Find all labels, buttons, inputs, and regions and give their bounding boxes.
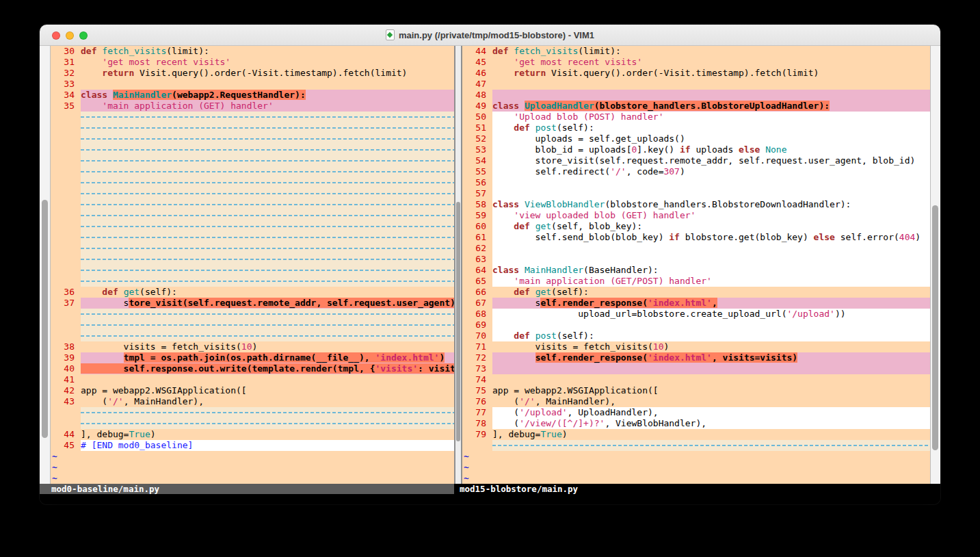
code-line[interactable]: 33 — [51, 79, 454, 90]
middle-scrollbar-thumb[interactable] — [456, 202, 460, 441]
code-line[interactable]: 62 — [462, 243, 930, 254]
code-text: class MainHandler(BaseHandler): — [492, 265, 930, 276]
code-line[interactable]: 30def fetch_visits(limit): — [51, 46, 454, 57]
empty-buffer-line[interactable]: ~ — [462, 451, 930, 462]
code-line[interactable]: 65 'main application (GET/POST) handler' — [462, 276, 930, 287]
diff-filler-line[interactable] — [51, 166, 454, 177]
line-number: 51 — [462, 122, 492, 133]
diff-filler-line[interactable] — [51, 254, 454, 265]
code-line[interactable]: 51 def post(self): — [462, 122, 930, 133]
code-line[interactable]: 56 — [462, 177, 930, 188]
code-line[interactable]: 44def fetch_visits(limit): — [462, 46, 930, 57]
code-line[interactable]: 66 def get(self): — [462, 287, 930, 298]
code-line[interactable]: 63 — [462, 254, 930, 265]
code-line[interactable]: 40 self.response.out.write(template.rend… — [51, 363, 454, 374]
diff-filler-line[interactable] — [51, 112, 454, 122]
diff-filler-line[interactable] — [51, 276, 454, 287]
code-line[interactable]: 49class UploadHandler(blobstore_handlers… — [462, 101, 930, 112]
code-line[interactable]: 69 — [462, 320, 930, 331]
code-line[interactable]: 39 tmpl = os.path.join(os.path.dirname(_… — [51, 352, 454, 363]
status-bar-inactive: mod0-baseline/main.py — [40, 484, 454, 494]
code-line[interactable]: 32 return Visit.query().order(-Visit.tim… — [51, 68, 454, 79]
diff-filler-line[interactable] — [51, 221, 454, 232]
code-line[interactable]: 55 self.redirect('/', code=307) — [462, 166, 930, 177]
code-line[interactable]: 54 store_visit(self.request.remote_addr,… — [462, 155, 930, 166]
empty-buffer-line[interactable]: ~ — [51, 451, 454, 462]
left-pane-buffer[interactable]: 30def fetch_visits(limit):31 'get most r… — [51, 46, 454, 484]
code-line[interactable]: 59 'view uploaded blob (GET) handler' — [462, 210, 930, 221]
right-scrollbar[interactable] — [930, 46, 940, 484]
code-line[interactable]: 45# [END mod0_baseline] — [51, 440, 454, 451]
right-scrollbar-thumb[interactable] — [932, 205, 938, 450]
code-line[interactable]: 41 — [51, 374, 454, 385]
code-line[interactable]: 35 'main application (GET) handler' — [51, 101, 454, 112]
code-line[interactable]: 79], debug=True) — [462, 429, 930, 440]
code-line[interactable]: 75app = webapp2.WSGIApplication([ — [462, 385, 930, 396]
empty-buffer-line[interactable]: ~ — [462, 473, 930, 484]
code-line[interactable]: 78 ('/view/([^/]+)?', ViewBlobHandler), — [462, 418, 930, 429]
vertical-split-divider[interactable] — [454, 46, 462, 484]
diff-filler-line[interactable] — [51, 188, 454, 199]
diff-filler-line[interactable] — [51, 418, 454, 429]
code-line[interactable]: 31 'get most recent visits' — [51, 57, 454, 68]
diff-filler-line[interactable] — [51, 144, 454, 155]
code-line[interactable]: 50 'Upload blob (POST) handler' — [462, 112, 930, 122]
code-line[interactable]: 61 self.send_blob(blob_key) if blobstore… — [462, 232, 930, 243]
code-line[interactable]: 74 — [462, 374, 930, 385]
code-line[interactable]: 43 ('/', MainHandler), — [51, 396, 454, 407]
code-line[interactable]: 60 def get(self, blob_key): — [462, 221, 930, 232]
command-line[interactable] — [40, 494, 940, 504]
code-line[interactable]: 47 — [462, 79, 930, 90]
diff-filler-line[interactable] — [51, 320, 454, 331]
diff-filler-line[interactable] — [51, 243, 454, 254]
diff-filler-line[interactable] — [51, 309, 454, 320]
code-line[interactable]: 77 ('/upload', UploadHandler), — [462, 407, 930, 418]
diff-filler-line[interactable] — [51, 265, 454, 276]
code-line[interactable]: 71 visits = fetch_visits(10) — [462, 341, 930, 352]
code-line[interactable]: 44], debug=True) — [51, 429, 454, 440]
diff-filler-line[interactable] — [51, 232, 454, 243]
code-line[interactable]: 67 self.render_response('index.html', — [462, 298, 930, 309]
code-line[interactable]: 45 'get most recent visits' — [462, 57, 930, 68]
diff-filler-line[interactable] — [51, 199, 454, 210]
code-line[interactable]: 57 — [462, 188, 930, 199]
code-line[interactable]: 68 upload_url=blobstore.create_upload_ur… — [462, 309, 930, 320]
diff-filler-line[interactable] — [51, 155, 454, 166]
empty-buffer-line[interactable]: ~ — [51, 473, 454, 484]
minimize-button[interactable] — [66, 31, 74, 40]
empty-buffer-line[interactable]: ~ — [51, 462, 454, 473]
code-line[interactable]: 73 — [462, 363, 930, 374]
code-line[interactable]: 34class MainHandler(webapp2.RequestHandl… — [51, 90, 454, 101]
right-pane-buffer[interactable]: 44def fetch_visits(limit):45 'get most r… — [462, 46, 930, 484]
left-scrollbar-thumb[interactable] — [42, 200, 48, 438]
diff-filler-line[interactable] — [51, 331, 454, 341]
diff-filler-line[interactable] — [51, 177, 454, 188]
code-line[interactable]: 58class ViewBlobHandler(blobstore_handle… — [462, 199, 930, 210]
code-line[interactable]: 70 def post(self): — [462, 331, 930, 341]
close-button[interactable] — [52, 31, 60, 40]
left-scrollbar[interactable] — [40, 46, 51, 484]
empty-buffer-line[interactable]: ~ — [462, 462, 930, 473]
line-number: 48 — [462, 90, 492, 101]
code-line[interactable]: 46 return Visit.query().order(-Visit.tim… — [462, 68, 930, 79]
code-line[interactable]: 52 uploads = self.get_uploads() — [462, 133, 930, 144]
diff-filler-line[interactable] — [51, 210, 454, 221]
code-line[interactable]: 38 visits = fetch_visits(10) — [51, 341, 454, 352]
code-line[interactable]: 53 blob_id = uploads[0].key() if uploads… — [462, 144, 930, 155]
diff-filler-line[interactable] — [462, 440, 930, 451]
code-line[interactable]: 64class MainHandler(BaseHandler): — [462, 265, 930, 276]
code-line[interactable]: 72 self.render_response('index.html', vi… — [462, 352, 930, 363]
diff-filler-line[interactable] — [51, 407, 454, 418]
diff-filler-line[interactable] — [51, 133, 454, 144]
code-line[interactable]: 48 — [462, 90, 930, 101]
code-line[interactable]: 76 ('/', MainHandler), — [462, 396, 930, 407]
line-number: 39 — [51, 352, 81, 363]
line-number: 50 — [462, 112, 492, 122]
line-number: 37 — [51, 298, 81, 309]
code-line[interactable]: 36 def get(self): — [51, 287, 454, 298]
code-line[interactable]: 37 store_visit(self.request.remote_addr,… — [51, 298, 454, 309]
diff-filler-line[interactable] — [51, 122, 454, 133]
code-line[interactable]: 42app = webapp2.WSGIApplication([ — [51, 385, 454, 396]
zoom-button[interactable] — [79, 31, 88, 40]
title-bar[interactable]: main.py (/private/tmp/mod15-blobstore) -… — [40, 25, 940, 46]
